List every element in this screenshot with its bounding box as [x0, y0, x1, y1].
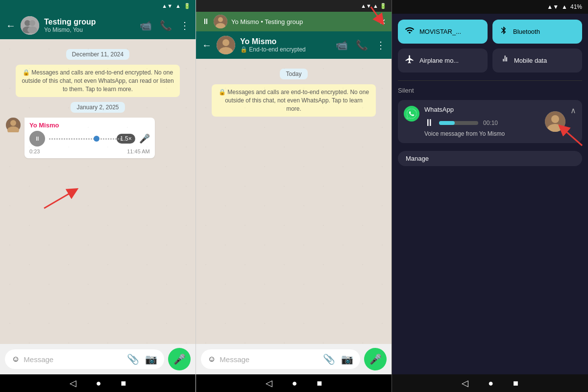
nav-back-p1[interactable]: ◁ [70, 378, 76, 389]
header-icons-p2: 📹 📞 ⋮ [336, 39, 386, 51]
nav-bar-p1: ◁ ● ■ [0, 374, 196, 392]
nav-recents-p2[interactable]: ■ [317, 378, 322, 389]
qs-signal-icon: ▲▼ [547, 3, 559, 10]
panel-quick-settings: ▲▼ ▲ 41% MOVISTAR_... Bluetooth [392, 0, 588, 392]
video-call-icon[interactable]: 📹 [140, 20, 152, 31]
battery-icon: 🔋 [184, 3, 191, 9]
back-button-p2[interactable]: ← [202, 40, 212, 51]
today-badge: Today [202, 69, 386, 79]
svg-point-6 [10, 120, 16, 126]
voice-waveform[interactable] [49, 133, 113, 145]
airplane-tile[interactable]: Airplane mo... [398, 49, 488, 73]
nav-back-p2[interactable]: ◁ [266, 378, 272, 389]
wifi-tile-label: MOVISTAR_... [419, 28, 461, 35]
nav-recents-p1[interactable]: ■ [121, 378, 126, 389]
mobile-data-tile-icon [499, 54, 509, 67]
nav-bar-p2: ◁ ● ■ [196, 374, 392, 392]
more-options-icon[interactable]: ⋮ [180, 20, 190, 31]
bluetooth-tile-label: Bluetooth [513, 28, 540, 35]
dm-avatar [217, 36, 235, 54]
bluetooth-tile[interactable]: Bluetooth [492, 20, 582, 44]
attach-button-p1[interactable]: 📎 [127, 353, 139, 365]
nav-home-p2[interactable]: ● [292, 378, 297, 389]
group-title: Testing group [44, 18, 135, 26]
date-badge-2: January 2, 2025 [6, 102, 190, 113]
svg-point-16 [222, 39, 229, 46]
sender-avatar [6, 118, 21, 132]
mic-button-p2[interactable]: 🎤 [364, 348, 387, 370]
mic-button-p1[interactable]: 🎤 [168, 348, 191, 370]
qs-nav-back[interactable]: ◁ [462, 378, 468, 389]
svg-point-3 [29, 20, 35, 26]
chat-messages-p2: Today 🔒 Messages and calls are end-to-en… [196, 59, 392, 344]
voice-message-bubble: Yo Mismo ⏸ [6, 118, 190, 158]
notif-close-button[interactable]: ✕ [379, 17, 386, 27]
voice-message-timestamp: 11:45 AM [127, 148, 149, 154]
signal-icon: ▲▼ [162, 3, 172, 9]
notif-player-pause-icon[interactable]: ⏸ [424, 117, 434, 128]
voice-pause-button[interactable]: ⏸ [29, 131, 45, 147]
nav-home-p1[interactable]: ● [96, 378, 101, 389]
notif-pause-icon[interactable]: ⏸ [202, 17, 210, 26]
airplane-tile-label: Airplane mo... [419, 57, 459, 64]
notif-voice-label: Voice message from Yo Mismo [424, 130, 540, 137]
svg-point-4 [27, 26, 37, 33]
notification-expand-icon[interactable]: ∧ [570, 106, 576, 115]
voice-call-icon[interactable]: 📞 [160, 20, 172, 31]
qs-nav-recents[interactable]: ■ [513, 378, 518, 389]
more-options-icon-p2[interactable]: ⋮ [376, 39, 386, 51]
message-placeholder-p1: Message [24, 355, 123, 364]
airplane-tile-icon [405, 54, 415, 67]
manage-button[interactable]: Manage [398, 151, 582, 166]
notif-title: Yo Mismo • Testing group [231, 18, 375, 25]
red-arrow-3 [548, 119, 587, 148]
notification-banner[interactable]: ⏸ Yo Mismo • Testing group ✕ [196, 12, 392, 31]
svg-line-9 [44, 191, 74, 208]
header-info-p2: Yo Mismo 🔒 End-to-end encrypted [240, 37, 331, 53]
voice-call-icon-p2[interactable]: 📞 [356, 39, 368, 51]
voice-player[interactable]: ⏸ 00:10 [424, 117, 540, 128]
camera-button-p1[interactable]: 📷 [145, 353, 157, 365]
qs-nav-bar: ◁ ● ■ [392, 374, 588, 392]
status-bar-p1: ▲▼ ▲ 🔋 [0, 0, 196, 12]
notif-waveform [439, 121, 478, 125]
qs-nav-home[interactable]: ● [488, 378, 493, 389]
mic-icon: 🎤 [139, 133, 150, 144]
svg-line-22 [563, 128, 582, 146]
silent-section-label: Silent [392, 83, 588, 96]
emoji-button-p2[interactable]: ☺ [208, 355, 216, 364]
qs-wifi-icon: ▲ [562, 3, 567, 10]
mobile-data-tile[interactable]: Mobile data [492, 49, 582, 73]
back-button-p1[interactable]: ← [6, 20, 16, 31]
red-arrow-2 [366, 2, 391, 26]
header-icons-p1: 📹 📞 ⋮ [140, 20, 190, 31]
qs-battery-text: 41% [570, 3, 582, 10]
camera-button-p2[interactable]: 📷 [341, 353, 353, 365]
wifi-tile[interactable]: MOVISTAR_... [398, 20, 488, 44]
panel-dm-chat: ▲▼ ▲ 🔋 ⏸ Yo Mismo • Testing group ✕ [196, 0, 392, 392]
chat-header-p2: ← Yo Mismo 🔒 End-to-end encrypted 📹 📞 ⋮ [196, 31, 392, 59]
status-bar-p2: ▲▼ ▲ 🔋 [196, 0, 392, 12]
wifi-icon: ▲ [175, 3, 181, 9]
whatsapp-notification-card[interactable]: WhatsApp ⏸ 00:10 Voice message from Yo M… [398, 100, 582, 143]
group-avatar [21, 16, 39, 35]
chat-input-bar-p2: ☺ Message 📎 📷 🎤 [196, 344, 392, 374]
emoji-button-p1[interactable]: ☺ [12, 355, 20, 364]
quick-settings-tiles: MOVISTAR_... Bluetooth Airplane mo... [392, 14, 588, 78]
waveform-thumb[interactable] [94, 136, 99, 142]
system-message-p1: 🔒 Messages and calls are end-to-end encr… [16, 65, 180, 97]
qs-divider [398, 80, 582, 81]
message-input-field-p2[interactable]: ☺ Message 📎 📷 [201, 349, 360, 369]
chat-input-bar-p1: ☺ Message 📎 📷 🎤 [0, 344, 196, 374]
system-message-p2: 🔒 Messages and calls are end-to-end encr… [212, 84, 376, 117]
message-input-field-p1[interactable]: ☺ Message 📎 📷 [5, 349, 164, 369]
video-call-icon-p2[interactable]: 📹 [336, 39, 348, 51]
svg-line-14 [371, 7, 381, 21]
bluetooth-tile-icon [499, 25, 508, 38]
attach-button-p2[interactable]: 📎 [323, 353, 335, 365]
header-info-p1: Testing group Yo Mismo, You [44, 18, 135, 33]
voice-bubble-content: Yo Mismo ⏸ [24, 118, 155, 158]
chat-messages-p1: December 11, 2024 🔒 Messages and calls a… [0, 39, 196, 344]
qs-status-bar: ▲▼ ▲ 41% [392, 0, 588, 14]
chat-header-p1: ← Testing group Yo Mismo, You 📹 📞 ⋮ [0, 12, 196, 39]
